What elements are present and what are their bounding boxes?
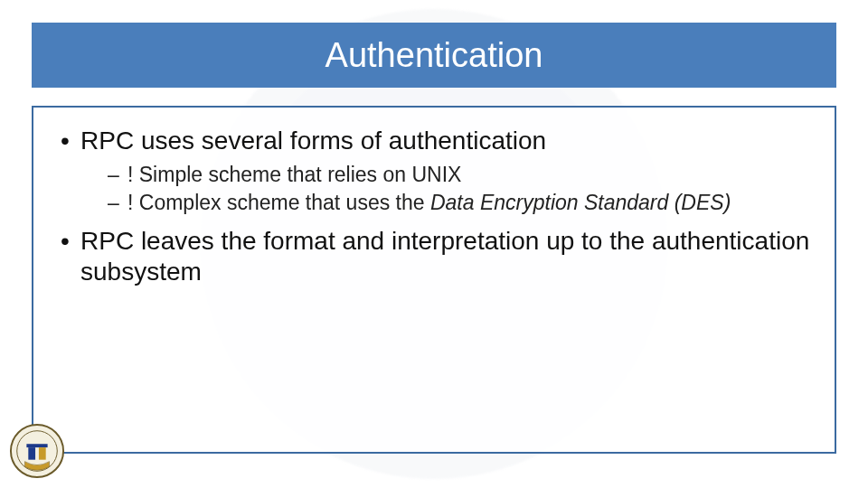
university-seal-icon [9,423,65,479]
sub-bullet-text: ! Simple scheme that relies on UNIX [127,163,461,186]
svg-rect-2 [28,447,35,460]
bullet-text: RPC uses several forms of authentication [80,127,546,155]
slide-title-bar: Authentication [32,23,836,88]
bullet-list: RPC uses several forms of authentication… [57,126,811,287]
sub-bullet-item: ! Complex scheme that uses the Data Encr… [80,190,811,217]
sub-bullet-item: ! Simple scheme that relies on UNIX [80,162,811,189]
slide-title: Authentication [326,36,543,75]
sub-bullet-list: ! Simple scheme that relies on UNIX ! Co… [80,162,811,218]
sub-bullet-prefix: ! Complex scheme that uses the [127,191,430,214]
bullet-item: RPC uses several forms of authentication… [57,126,811,217]
slide-content-box: RPC uses several forms of authentication… [32,106,836,454]
svg-rect-3 [39,447,46,460]
bullet-text: RPC leaves the format and interpretation… [80,227,809,286]
sub-bullet-italic: Data Encryption Standard (DES) [430,191,731,214]
bullet-item: RPC leaves the format and interpretation… [57,226,811,286]
